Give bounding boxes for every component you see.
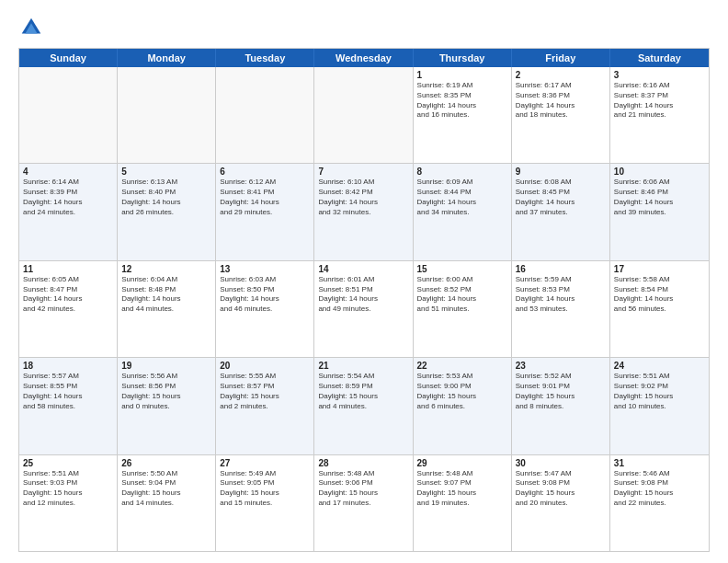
day-info: Sunrise: 5:54 AM Sunset: 8:59 PM Dayligh… bbox=[318, 372, 408, 411]
day-number: 7 bbox=[318, 167, 408, 177]
day-info: Sunrise: 6:17 AM Sunset: 8:36 PM Dayligh… bbox=[516, 81, 606, 121]
day-cell-5: 5Sunrise: 6:13 AM Sunset: 8:40 PM Daylig… bbox=[118, 164, 216, 259]
day-number: 5 bbox=[121, 167, 211, 177]
calendar: SundayMondayTuesdayWednesdayThursdayFrid… bbox=[18, 48, 710, 552]
day-info: Sunrise: 6:12 AM Sunset: 8:41 PM Dayligh… bbox=[220, 178, 310, 217]
day-header-friday: Friday bbox=[512, 49, 610, 67]
day-header-sunday: Sunday bbox=[19, 49, 118, 67]
day-cell-15: 15Sunrise: 6:00 AM Sunset: 8:52 PM Dayli… bbox=[414, 261, 512, 357]
day-info: Sunrise: 6:05 AM Sunset: 8:47 PM Dayligh… bbox=[23, 275, 113, 315]
day-number: 25 bbox=[23, 458, 113, 468]
day-info: Sunrise: 5:48 AM Sunset: 9:07 PM Dayligh… bbox=[417, 469, 507, 509]
header bbox=[18, 15, 710, 40]
day-number: 27 bbox=[220, 458, 310, 468]
empty-cell bbox=[19, 67, 118, 163]
day-info: Sunrise: 6:06 AM Sunset: 8:46 PM Dayligh… bbox=[614, 178, 705, 217]
day-number: 2 bbox=[516, 70, 606, 80]
day-cell-27: 27Sunrise: 5:49 AM Sunset: 9:05 PM Dayli… bbox=[216, 455, 314, 551]
calendar-body: 1Sunrise: 6:19 AM Sunset: 8:35 PM Daylig… bbox=[19, 67, 709, 551]
day-info: Sunrise: 5:56 AM Sunset: 8:56 PM Dayligh… bbox=[121, 372, 211, 411]
week-row-2: 4Sunrise: 6:14 AM Sunset: 8:39 PM Daylig… bbox=[19, 163, 709, 259]
day-info: Sunrise: 5:46 AM Sunset: 9:08 PM Dayligh… bbox=[614, 469, 705, 509]
day-number: 29 bbox=[417, 458, 507, 468]
day-info: Sunrise: 6:01 AM Sunset: 8:51 PM Dayligh… bbox=[318, 275, 408, 315]
day-number: 12 bbox=[121, 264, 211, 274]
day-cell-10: 10Sunrise: 6:06 AM Sunset: 8:46 PM Dayli… bbox=[610, 164, 709, 259]
empty-cell bbox=[118, 67, 216, 163]
logo bbox=[18, 15, 48, 40]
day-cell-21: 21Sunrise: 5:54 AM Sunset: 8:59 PM Dayli… bbox=[314, 358, 413, 454]
day-cell-31: 31Sunrise: 5:46 AM Sunset: 9:08 PM Dayli… bbox=[610, 455, 709, 551]
day-info: Sunrise: 6:09 AM Sunset: 8:44 PM Dayligh… bbox=[417, 178, 507, 217]
empty-cell bbox=[314, 67, 413, 163]
day-number: 8 bbox=[417, 167, 507, 177]
day-info: Sunrise: 5:48 AM Sunset: 9:06 PM Dayligh… bbox=[318, 469, 408, 509]
day-number: 20 bbox=[220, 361, 310, 371]
day-info: Sunrise: 5:51 AM Sunset: 9:02 PM Dayligh… bbox=[614, 372, 705, 411]
day-cell-8: 8Sunrise: 6:09 AM Sunset: 8:44 PM Daylig… bbox=[414, 164, 512, 259]
day-info: Sunrise: 5:57 AM Sunset: 8:55 PM Dayligh… bbox=[23, 372, 113, 411]
day-cell-6: 6Sunrise: 6:12 AM Sunset: 8:41 PM Daylig… bbox=[216, 164, 314, 259]
day-number: 30 bbox=[516, 458, 606, 468]
day-cell-25: 25Sunrise: 5:51 AM Sunset: 9:03 PM Dayli… bbox=[19, 455, 118, 551]
day-number: 17 bbox=[614, 264, 705, 274]
day-number: 13 bbox=[220, 264, 310, 274]
day-info: Sunrise: 5:50 AM Sunset: 9:04 PM Dayligh… bbox=[121, 469, 211, 509]
day-info: Sunrise: 6:03 AM Sunset: 8:50 PM Dayligh… bbox=[220, 275, 310, 315]
day-number: 19 bbox=[121, 361, 211, 371]
day-number: 14 bbox=[318, 264, 408, 274]
day-info: Sunrise: 5:53 AM Sunset: 9:00 PM Dayligh… bbox=[417, 372, 507, 411]
day-number: 23 bbox=[516, 361, 606, 371]
day-number: 18 bbox=[23, 361, 113, 371]
day-header-tuesday: Tuesday bbox=[216, 49, 314, 67]
day-number: 10 bbox=[614, 167, 705, 177]
week-row-1: 1Sunrise: 6:19 AM Sunset: 8:35 PM Daylig… bbox=[19, 67, 709, 163]
day-cell-16: 16Sunrise: 5:59 AM Sunset: 8:53 PM Dayli… bbox=[512, 261, 610, 357]
day-number: 28 bbox=[318, 458, 408, 468]
day-number: 6 bbox=[220, 167, 310, 177]
day-cell-29: 29Sunrise: 5:48 AM Sunset: 9:07 PM Dayli… bbox=[414, 455, 512, 551]
day-number: 9 bbox=[516, 167, 606, 177]
day-info: Sunrise: 5:51 AM Sunset: 9:03 PM Dayligh… bbox=[23, 469, 113, 509]
day-info: Sunrise: 6:19 AM Sunset: 8:35 PM Dayligh… bbox=[417, 81, 507, 121]
day-cell-1: 1Sunrise: 6:19 AM Sunset: 8:35 PM Daylig… bbox=[414, 67, 512, 163]
day-cell-3: 3Sunrise: 6:16 AM Sunset: 8:37 PM Daylig… bbox=[610, 67, 709, 163]
day-number: 24 bbox=[614, 361, 705, 371]
day-info: Sunrise: 5:58 AM Sunset: 8:54 PM Dayligh… bbox=[614, 275, 705, 315]
logo-icon bbox=[18, 15, 44, 40]
day-cell-24: 24Sunrise: 5:51 AM Sunset: 9:02 PM Dayli… bbox=[610, 358, 709, 454]
week-row-4: 18Sunrise: 5:57 AM Sunset: 8:55 PM Dayli… bbox=[19, 357, 709, 454]
week-row-5: 25Sunrise: 5:51 AM Sunset: 9:03 PM Dayli… bbox=[19, 454, 709, 551]
day-info: Sunrise: 5:59 AM Sunset: 8:53 PM Dayligh… bbox=[516, 275, 606, 315]
day-number: 4 bbox=[23, 167, 113, 177]
day-number: 15 bbox=[417, 264, 507, 274]
day-cell-23: 23Sunrise: 5:52 AM Sunset: 9:01 PM Dayli… bbox=[512, 358, 610, 454]
day-number: 16 bbox=[516, 264, 606, 274]
day-cell-4: 4Sunrise: 6:14 AM Sunset: 8:39 PM Daylig… bbox=[19, 164, 118, 259]
day-cell-28: 28Sunrise: 5:48 AM Sunset: 9:06 PM Dayli… bbox=[314, 455, 413, 551]
day-cell-7: 7Sunrise: 6:10 AM Sunset: 8:42 PM Daylig… bbox=[314, 164, 413, 259]
day-cell-2: 2Sunrise: 6:17 AM Sunset: 8:36 PM Daylig… bbox=[512, 67, 610, 163]
day-header-thursday: Thursday bbox=[414, 49, 512, 67]
day-info: Sunrise: 6:00 AM Sunset: 8:52 PM Dayligh… bbox=[417, 275, 507, 315]
day-info: Sunrise: 6:10 AM Sunset: 8:42 PM Dayligh… bbox=[318, 178, 408, 217]
day-info: Sunrise: 5:52 AM Sunset: 9:01 PM Dayligh… bbox=[516, 372, 606, 411]
day-number: 11 bbox=[23, 264, 113, 274]
day-info: Sunrise: 5:47 AM Sunset: 9:08 PM Dayligh… bbox=[516, 469, 606, 509]
day-info: Sunrise: 6:14 AM Sunset: 8:39 PM Dayligh… bbox=[23, 178, 113, 217]
day-number: 22 bbox=[417, 361, 507, 371]
day-cell-17: 17Sunrise: 5:58 AM Sunset: 8:54 PM Dayli… bbox=[610, 261, 709, 357]
week-row-3: 11Sunrise: 6:05 AM Sunset: 8:47 PM Dayli… bbox=[19, 260, 709, 357]
day-info: Sunrise: 6:13 AM Sunset: 8:40 PM Dayligh… bbox=[121, 178, 211, 217]
day-number: 21 bbox=[318, 361, 408, 371]
day-info: Sunrise: 6:04 AM Sunset: 8:48 PM Dayligh… bbox=[121, 275, 211, 315]
day-number: 3 bbox=[614, 70, 705, 80]
calendar-header: SundayMondayTuesdayWednesdayThursdayFrid… bbox=[19, 49, 709, 67]
day-cell-13: 13Sunrise: 6:03 AM Sunset: 8:50 PM Dayli… bbox=[216, 261, 314, 357]
day-cell-20: 20Sunrise: 5:55 AM Sunset: 8:57 PM Dayli… bbox=[216, 358, 314, 454]
page: SundayMondayTuesdayWednesdayThursdayFrid… bbox=[0, 0, 728, 563]
day-header-saturday: Saturday bbox=[610, 49, 709, 67]
day-cell-11: 11Sunrise: 6:05 AM Sunset: 8:47 PM Dayli… bbox=[19, 261, 118, 357]
day-info: Sunrise: 5:49 AM Sunset: 9:05 PM Dayligh… bbox=[220, 469, 310, 509]
day-info: Sunrise: 5:55 AM Sunset: 8:57 PM Dayligh… bbox=[220, 372, 310, 411]
